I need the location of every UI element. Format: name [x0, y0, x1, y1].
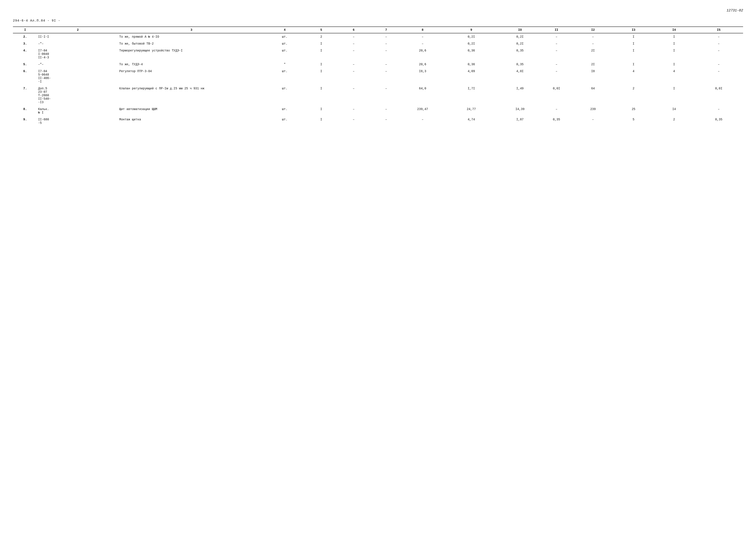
cell-6-13: 4: [613, 68, 654, 85]
cell-4-14: I: [654, 47, 694, 61]
cell-8-1: 8.: [13, 106, 37, 116]
cell-4-4: шт.: [264, 47, 305, 61]
table-row: 2.II-I-IТо же, прямой А № 4-IOшт.2–––0,2…: [13, 33, 743, 40]
cell-5-10: 0,35: [500, 61, 540, 68]
col-header-6: 6: [338, 27, 370, 33]
cell-6-11: –: [540, 68, 573, 85]
cell-5-12: 2I: [573, 61, 613, 68]
cell-6-4: шт.: [264, 68, 305, 85]
table-row: 6.I7-04 5-0648 II-406- -IРегулятор ПТР-3…: [13, 68, 743, 85]
cell-9-10: I,87: [500, 116, 540, 126]
cell-7-7: –: [370, 85, 402, 106]
cell-6-2: I7-04 5-0648 II-406- -I: [37, 68, 119, 85]
cell-2-15: –: [694, 33, 743, 40]
cell-5-5: I: [305, 61, 338, 68]
cell-5-9: 0,36: [443, 61, 500, 68]
cell-7-9: I,7I: [443, 85, 500, 106]
cell-3-2: –"–: [37, 40, 119, 47]
col-header-4: 4: [264, 27, 305, 33]
cell-5-3: То же, ТУДЭ-4: [119, 61, 265, 68]
cell-9-13: 5: [613, 116, 654, 126]
table-row: 4.I7-04 I-0040 II-4-3Терморегулирующее у…: [13, 47, 743, 61]
table-row: 9.II-680 -5Монтаж щиткашт.I–––4,74I,870,…: [13, 116, 743, 126]
cell-5-8: 20,6: [402, 61, 443, 68]
cell-6-8: I8,3: [402, 68, 443, 85]
cell-4-7: –: [370, 47, 402, 61]
col-header-2: 2: [37, 27, 119, 33]
cell-6-5: I: [305, 68, 338, 85]
col-header-1: I: [13, 27, 37, 33]
cell-5-7: –: [370, 61, 402, 68]
cell-5-13: I: [613, 61, 654, 68]
cell-4-1: 4.: [13, 47, 37, 61]
cell-2-14: I: [654, 33, 694, 40]
cell-4-8: 20,6: [402, 47, 443, 61]
cell-2-7: –: [370, 33, 402, 40]
cell-7-8: 64,0: [402, 85, 443, 106]
cell-6-10: 4,0I: [500, 68, 540, 85]
cell-8-8: 239,47: [402, 106, 443, 116]
cell-7-2: Доп.5 23-07 Т-2660 II-540- -I3: [37, 85, 119, 106]
cell-4-9: 0,36: [443, 47, 500, 61]
cell-7-6: –: [338, 85, 370, 106]
cell-4-12: 2I: [573, 47, 613, 61]
cell-4-15: –: [694, 47, 743, 61]
cell-9-5: I: [305, 116, 338, 126]
cell-2-13: I: [613, 33, 654, 40]
cell-9-14: 2: [654, 116, 694, 126]
cell-5-2: –"–: [37, 61, 119, 68]
table-row: 8.Кальк. № IЩит автоматизации ЩШМшт.I––2…: [13, 106, 743, 116]
cell-9-9: 4,74: [443, 116, 500, 126]
cell-6-15: –: [694, 68, 743, 85]
cell-9-7: –: [370, 116, 402, 126]
col-header-14: I4: [654, 27, 694, 33]
subtitle: 294-6-4 Ал.П.84 - 9I -: [13, 19, 743, 23]
col-header-7: 7: [370, 27, 402, 33]
col-header-5: 5: [305, 27, 338, 33]
cell-3-10: 0,2I: [500, 40, 540, 47]
cell-2-12: –: [573, 33, 613, 40]
cell-4-2: I7-04 I-0040 II-4-3: [37, 47, 119, 61]
cell-8-14: I4: [654, 106, 694, 116]
cell-4-13: I: [613, 47, 654, 61]
cell-6-3: Регулятор ПТР-3-04: [119, 68, 265, 85]
cell-3-6: –: [338, 40, 370, 47]
col-header-15: I5: [694, 27, 743, 33]
cell-8-10: I4,39: [500, 106, 540, 116]
cell-3-11: –: [540, 40, 573, 47]
col-header-8: 8: [402, 27, 443, 33]
cell-2-1: 2.: [13, 33, 37, 40]
col-header-13: I3: [613, 27, 654, 33]
cell-2-3: То же, прямой А № 4-IO: [119, 33, 265, 40]
cell-6-9: 4,09: [443, 68, 500, 85]
cell-3-8: –: [402, 40, 443, 47]
cell-9-3: Монтаж щитка: [119, 116, 265, 126]
table-row: 7.Доп.5 23-07 Т-2660 II-540- -I3Клапан р…: [13, 85, 743, 106]
col-header-12: I2: [573, 27, 613, 33]
doc-number: 12731-02: [13, 9, 743, 13]
cell-4-3: Терморегулирующее устройство ТУДЭ-I: [119, 47, 265, 61]
col-header-11: II: [540, 27, 573, 33]
cell-5-6: –: [338, 61, 370, 68]
cell-3-13: I: [613, 40, 654, 47]
cell-3-4: шт.: [264, 40, 305, 47]
cell-2-9: 0,2I: [443, 33, 500, 40]
cell-5-4: ": [264, 61, 305, 68]
cell-3-1: 3.: [13, 40, 37, 47]
cell-8-4: шт.: [264, 106, 305, 116]
cell-8-7: –: [370, 106, 402, 116]
cell-3-14: I: [654, 40, 694, 47]
cell-6-1: 6.: [13, 68, 37, 85]
cell-7-12: 64: [573, 85, 613, 106]
cell-9-1: 9.: [13, 116, 37, 126]
cell-2-5: 2: [305, 33, 338, 40]
table-header-row: I 2 3 4 5 6 7 8 9 IO II I2 I3 I4 I5: [13, 27, 743, 33]
cell-9-11: 0,35: [540, 116, 573, 126]
cell-2-8: –: [402, 33, 443, 40]
cell-8-9: 24,77: [443, 106, 500, 116]
table-row: 3.–"–То же, бытовой ТВ-2шт.I–––0,2I0,2I–…: [13, 40, 743, 47]
cell-9-4: шт.: [264, 116, 305, 126]
cell-8-2: Кальк. № I: [37, 106, 119, 116]
cell-3-5: I: [305, 40, 338, 47]
cell-4-6: –: [338, 47, 370, 61]
